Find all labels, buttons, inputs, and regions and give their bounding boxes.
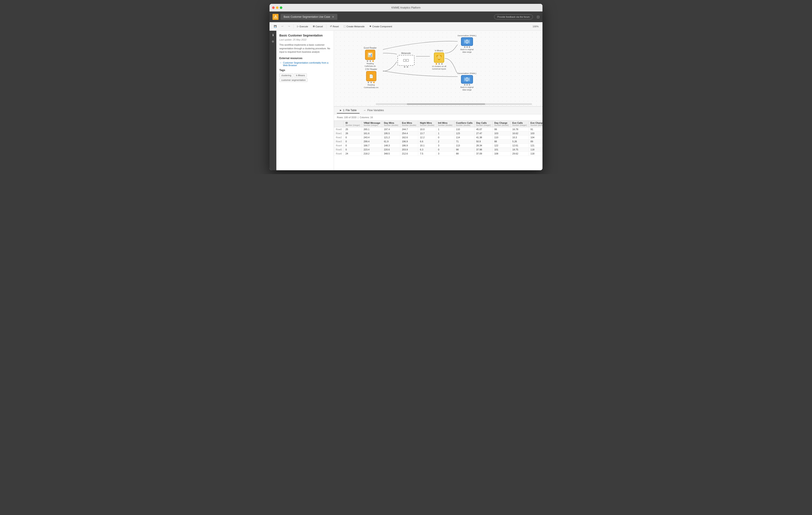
tab-file-table[interactable]: ▶ 1: File Table xyxy=(337,108,359,113)
node-metanode[interactable]: Metanode xyxy=(398,52,414,67)
create-metanode-button[interactable]: ⬚ Create Metanode xyxy=(341,24,367,29)
table-cell: 10.3 xyxy=(511,135,529,139)
table-body: Row025265.1197.4244.710.0111045.079916.7… xyxy=(334,127,543,156)
info-description: This workflow implements a basic custome… xyxy=(279,43,331,54)
execute-button[interactable]: ▷ Execute xyxy=(295,24,310,29)
tag-clustering[interactable]: clustering xyxy=(279,73,293,77)
table-row: Row126161.6195.5254.413.7112327.4710316.… xyxy=(334,131,543,135)
csv-icon: 📄 xyxy=(368,73,374,79)
table-cell: 26 xyxy=(344,131,362,135)
denorm-bottom-title: Denormalizer (PMML) xyxy=(458,72,476,75)
node-csv-reader[interactable]: CSV Reader 📄 ReadingContractData.csv xyxy=(364,68,378,89)
table-cell: 162.6 xyxy=(400,135,418,139)
denorm-top-box[interactable] xyxy=(461,37,473,46)
table-cell: 1 xyxy=(436,127,455,131)
undo-button[interactable]: ↩ xyxy=(279,24,286,29)
table-cell: 0 xyxy=(436,135,455,139)
col-header: VMail MessageNumber (integer) xyxy=(362,121,382,127)
table-cell: 28.34 xyxy=(474,143,493,147)
info-date: Last update: 25 May 2022 xyxy=(279,38,331,41)
sidebar-icons: ℹ ⊕ xyxy=(269,31,277,170)
maximize-button[interactable] xyxy=(280,6,282,9)
table-cell: 113 xyxy=(454,143,474,147)
table-cell: 0 xyxy=(344,147,362,152)
cancel-icon: ⊠ xyxy=(313,25,315,28)
save-icon: 💾 xyxy=(274,25,277,28)
node-excel-reader[interactable]: Excel Reader 📊 ReadingCallsData.xls xyxy=(364,47,377,67)
col-rowid xyxy=(334,121,344,127)
bottom-panel: ▶ 1: File Table ↔ Flow Variables Rows: 1… xyxy=(334,106,543,170)
close-button[interactable] xyxy=(272,6,274,9)
cancel-button[interactable]: ⊠ Cancel xyxy=(311,24,325,29)
external-link[interactable]: → Customer Segmentation comfortably from… xyxy=(279,61,331,66)
node-denorm-top[interactable]: Denormalizer (PMML) xyxy=(458,34,476,53)
table-row: Row025265.1197.4244.710.0111045.079916.7… xyxy=(334,127,543,131)
table-cell: 110 xyxy=(493,135,511,139)
table-cell: 108 xyxy=(493,152,511,156)
create-component-button[interactable]: ❖ Create Component xyxy=(367,24,394,29)
kmeans-box[interactable] xyxy=(434,53,444,63)
row-id-cell: Row0 xyxy=(334,127,344,131)
excel-reader-box[interactable]: 📊 xyxy=(365,50,375,60)
table-cell: 29.62 xyxy=(511,152,529,156)
reset-button[interactable]: ↺ Reset xyxy=(328,24,341,29)
port-dt3 xyxy=(469,46,470,48)
traffic-lights xyxy=(272,6,282,9)
table-cell: 223.4 xyxy=(362,147,382,152)
csv-reader-box[interactable]: 📄 xyxy=(366,71,376,81)
table-cell: 25 xyxy=(344,127,362,131)
table-cell: 103 xyxy=(529,131,543,135)
svg-text:📄: 📄 xyxy=(369,74,373,78)
save-button[interactable]: 💾 xyxy=(272,24,279,29)
csv-reader-label: ReadingContractData.csv xyxy=(364,84,378,89)
csv-reader-ports xyxy=(368,82,375,83)
flow-vars-icon: ↔ xyxy=(364,109,366,112)
tab-flow-variables[interactable]: ↔ Flow Variables xyxy=(360,108,387,113)
metanode-box[interactable] xyxy=(398,55,414,66)
minimize-button[interactable] xyxy=(276,6,279,9)
table-cell: 24 xyxy=(344,152,362,156)
csv-reader-title: CSV Reader xyxy=(365,68,377,71)
metanode-title: Metanode xyxy=(401,52,411,54)
table-cell: 0 xyxy=(344,143,362,147)
table-cell: 88 xyxy=(454,152,474,156)
toolbar: 💾 ↩ ↪ ▷ Execute ⊠ Cancel ↺ Reset ⬚ Creat… xyxy=(269,22,543,31)
bottom-tabs: ▶ 1: File Table ↔ Flow Variables xyxy=(334,107,543,114)
row-id-cell: Row4 xyxy=(334,143,344,147)
redo-button[interactable]: ↪ xyxy=(286,24,292,29)
port-db2 xyxy=(466,84,468,85)
node-denorm-bottom[interactable]: Denormalizer (PMML) xyxy=(458,72,476,91)
kmeans-label: 10 clusters on all numerical inputs xyxy=(431,65,447,70)
port-orange2 xyxy=(373,82,375,83)
tag-customer-segmentation[interactable]: customer segmentation xyxy=(279,78,308,82)
port-gray2 xyxy=(370,60,371,62)
tag-kmeans[interactable]: k-Means xyxy=(294,73,307,77)
execute-icon: ▷ xyxy=(297,25,299,28)
table-cell: 101 xyxy=(493,147,511,152)
table-cell: 91 xyxy=(529,127,543,131)
info-icon[interactable]: ℹ xyxy=(270,32,276,37)
table-cell: 16.78 xyxy=(511,127,529,131)
table-container[interactable]: IDNumber (integer)VMail MessageNumber (i… xyxy=(334,120,543,170)
port-gray3 xyxy=(368,82,369,83)
table-cell: 7.5 xyxy=(418,152,436,156)
node-kmeans[interactable]: k-Means xyxy=(431,50,447,70)
port-m1 xyxy=(404,66,405,67)
table-cell: 121 xyxy=(529,143,543,147)
table-cell: 10.0 xyxy=(418,127,436,131)
expand-icon[interactable]: ⊡ xyxy=(537,15,540,19)
table-row: Row20243.4121.2162.612.2011441.3811010.3… xyxy=(334,135,543,139)
feedback-button[interactable]: Provide feedback via the forum xyxy=(494,14,533,20)
table-info: Rows: 100 of 3333 | Columns: 16 xyxy=(334,114,543,120)
add-icon[interactable]: ⊕ xyxy=(270,39,276,44)
table-cell: 89 xyxy=(529,139,543,143)
tab-close-icon[interactable]: ✕ xyxy=(332,15,335,19)
denorm-bottom-box[interactable] xyxy=(461,75,473,84)
arrow-icon: → xyxy=(279,61,282,64)
table-row: Row30299.461.9196.96.627150.9885.26898.8… xyxy=(334,139,543,143)
canvas-scrollbar-h[interactable] xyxy=(376,103,532,105)
app-logo: ⚠ xyxy=(272,14,279,20)
workflow-tab[interactable]: Basic Customer Segmentation Use Case ✕ xyxy=(281,14,337,20)
table-cell: 195.5 xyxy=(382,131,400,135)
workflow-canvas[interactable]: Excel Reader 📊 ReadingCallsData.xls xyxy=(334,31,543,106)
